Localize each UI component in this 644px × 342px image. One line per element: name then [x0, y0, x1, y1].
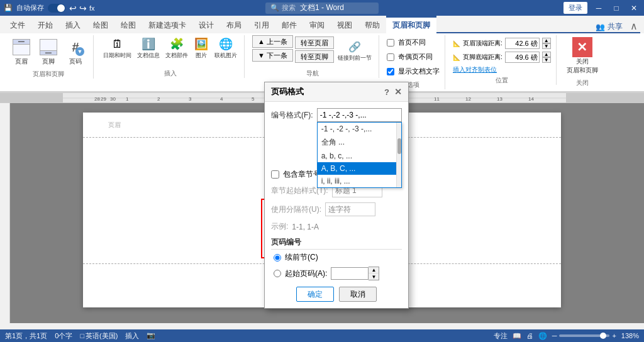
picture-button[interactable]: 🖼️ 图片 [192, 35, 211, 61]
start-radio[interactable] [274, 270, 281, 277]
dialog-help-icon[interactable]: ? [384, 87, 389, 97]
page-number-label: 页码 [69, 57, 82, 66]
docinfo-button[interactable]: ℹ️ 文档信息 [135, 35, 162, 61]
zoom-controls: ─ + [552, 332, 616, 339]
start-spin-down[interactable]: ▼ [369, 273, 379, 280]
next-button[interactable]: ▼ 下一条 [252, 49, 293, 62]
dropdown-item-1[interactable]: -1 -, -2 -, -3 -,... [318, 123, 401, 135]
zoom-slider[interactable] [559, 334, 609, 337]
undo-redo-group: ↩ ↪ fx [69, 3, 95, 13]
cancel-button[interactable]: 取消 [339, 287, 377, 302]
read-mode-icon[interactable]: 📖 [513, 332, 521, 340]
tab-spacer [436, 32, 591, 33]
prev-button[interactable]: ▲ 上一条 [252, 35, 293, 48]
login-button[interactable]: 登录 [564, 2, 587, 14]
link-prev-button[interactable]: 🔗 链接到前一节 [336, 38, 374, 63]
tab-file[interactable]: 文件 [4, 16, 31, 33]
tab-review[interactable]: 审阅 [303, 16, 331, 33]
online-picture-button[interactable]: 🌐 联机图片 [213, 35, 239, 61]
footer-bottom-up[interactable]: ▲ [542, 52, 551, 57]
header-top-input[interactable] [505, 38, 540, 49]
zoom-in-button[interactable]: + [612, 332, 616, 339]
svg-text:4: 4 [220, 96, 223, 102]
tab-help[interactable]: 帮助 [358, 16, 386, 33]
web-icon[interactable]: 🌐 [538, 332, 547, 340]
dropdown-item-5[interactable]: i, ii, iii, ... [318, 175, 401, 187]
autosave-toggle[interactable] [48, 4, 65, 13]
header-top-up[interactable]: ▲ [542, 38, 551, 43]
dialog-close-button[interactable]: ✕ [394, 87, 402, 97]
tab-new[interactable]: 新建选项卡 [142, 16, 192, 33]
close-content: ✕ 关闭页眉和页脚 [564, 35, 601, 77]
close-button[interactable]: ✕ [628, 3, 640, 14]
format-select[interactable]: -1 -,-2 -,-3 -,... [317, 108, 402, 122]
insert-align-row: 插入对齐制表位 [453, 65, 497, 74]
close-hf-icon: ✕ [572, 37, 592, 57]
footer-bottom-down[interactable]: ▼ [542, 57, 551, 63]
footer-bottom-input[interactable] [505, 52, 540, 63]
footer-button[interactable]: ━━ 页脚 [36, 35, 61, 68]
footer-icon: ━━ [38, 37, 58, 57]
oddeven-checkbox[interactable] [387, 53, 394, 61]
continue-radio[interactable] [274, 254, 281, 262]
tab-layout[interactable]: 布局 [220, 16, 248, 33]
insert-align-label[interactable]: 插入对齐制表位 [453, 65, 497, 74]
share-button[interactable]: 👥 共享 [591, 21, 628, 33]
close-hf-button[interactable]: ✕ 关闭页眉和页脚 [564, 35, 601, 77]
datetime-icon: 🗓 [110, 36, 125, 52]
page-number-button[interactable]: # ▼ 页码 [63, 35, 88, 68]
tab-header-footer[interactable]: 页眉和页脚 [386, 16, 436, 33]
docparts-button[interactable]: 🧩 文档部件 [164, 35, 190, 61]
separator-select[interactable]: 连字符 [325, 202, 375, 216]
tab-reference[interactable]: 引用 [248, 16, 275, 33]
svg-text:29: 29 [101, 96, 106, 102]
tab-home[interactable]: 开始 [31, 16, 59, 33]
tab-draw1[interactable]: 绘图 [87, 16, 114, 33]
options-content: 首页不同 奇偶页不同 显示文档文字 [387, 35, 440, 79]
page-number-icon: # ▼ [65, 37, 86, 57]
dropdown-item-2[interactable]: 全角 ... [318, 135, 401, 150]
dropdown-item-3[interactable]: a, b, c, ... [318, 150, 401, 162]
lang-indicator: □ 英语(美国) [80, 331, 118, 341]
group-insert: 🗓 日期和时间 ℹ️ 文档信息 🧩 文档部件 🖼️ 图片 🌐 联机图 [96, 35, 245, 78]
svg-text:13: 13 [497, 96, 502, 102]
tab-insert[interactable]: 插入 [59, 16, 87, 33]
datetime-button[interactable]: 🗓 日期和时间 [101, 35, 133, 61]
zoom-out-button[interactable]: ─ [552, 332, 557, 339]
goto-header-button[interactable]: 转至页眉 [295, 36, 334, 49]
group-position: 📐 页眉顶端距离: ▲ ▼ 📐 页脚底端距离: ▲ ▼ [448, 35, 557, 85]
tab-view[interactable]: 视图 [331, 16, 358, 33]
ok-button[interactable]: 确定 [296, 287, 334, 302]
start-spin-up[interactable]: ▲ [369, 267, 379, 273]
vertical-ruler [0, 103, 10, 323]
showdoc-checkbox[interactable] [387, 68, 394, 75]
minimize-button[interactable]: ─ [592, 3, 605, 14]
redo-icon[interactable]: ↪ [79, 3, 87, 13]
restore-button[interactable]: □ [610, 3, 623, 14]
include-chapter-checkbox[interactable] [271, 170, 279, 179]
firstpage-checkbox[interactable] [387, 39, 394, 47]
separator-label: 使用分隔符(U): [271, 204, 321, 215]
tab-design[interactable]: 设计 [192, 16, 220, 33]
header-region-label: 页眉 [108, 121, 121, 130]
dropdown-scrollbar[interactable] [396, 123, 401, 187]
picture-label: 图片 [196, 52, 207, 60]
start-value-input[interactable] [331, 267, 369, 280]
nav-group-content: ▲ 上一条 ▼ 下一条 转至页眉 转至页脚 🔗 链接到前一节 [252, 35, 374, 67]
focus-label[interactable]: 专注 [494, 331, 508, 341]
goto-footer-button[interactable]: 转至页脚 [295, 50, 334, 63]
tab-draw2[interactable]: 绘图 [114, 16, 142, 33]
header-button[interactable]: ━━ 页眉 [9, 35, 34, 68]
header-top-icon: 📐 [453, 40, 460, 47]
zoom-level[interactable]: 138% [621, 332, 639, 339]
footer-bottom-spin: ▲ ▼ [542, 52, 551, 63]
header-top-down[interactable]: ▼ [542, 43, 551, 49]
dropdown-item-4[interactable]: A, B, C, ... [318, 162, 401, 175]
print-icon[interactable]: 🖨 [526, 332, 533, 339]
firstpage-label: 首页不同 [398, 38, 426, 47]
nav-section: ▲ 上一条 ▼ 下一条 [252, 35, 293, 62]
tab-mail[interactable]: 邮件 [275, 16, 303, 33]
ribbon-collapse-button[interactable]: ∧ [628, 20, 640, 33]
radio-group: 续前节(C) 起始页码(A): ▲ ▼ [271, 252, 402, 280]
undo-icon[interactable]: ↩ [69, 3, 77, 13]
